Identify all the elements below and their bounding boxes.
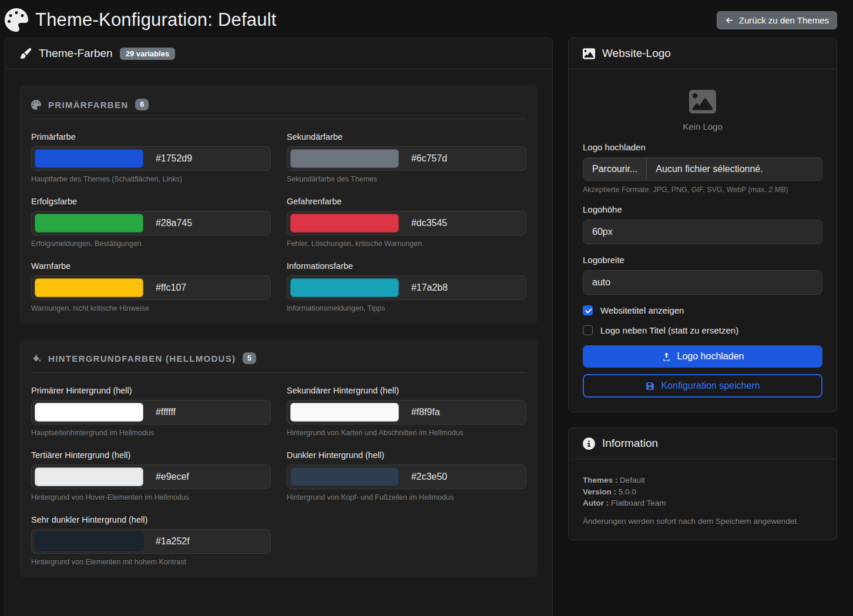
info-value: Default — [620, 476, 645, 484]
save-configuration-button[interactable]: Konfiguration speichern — [583, 374, 822, 398]
palette-icon — [31, 100, 41, 110]
section-count-badge: 6 — [135, 99, 149, 110]
information-card: Information Themes : Default Version : 5… — [568, 428, 837, 540]
color-field-sekundaerfarbe: Sekundärfarbe Sekundärfarbe des Themes — [287, 132, 526, 183]
hex-value-input[interactable] — [146, 276, 270, 299]
hex-value-input[interactable] — [402, 465, 526, 489]
palette-icon — [5, 8, 28, 32]
field-label: Gefahrenfarbe — [287, 197, 526, 206]
theme-colors-card: Theme-Farben 29 variables PRIMÄRFARBEN 6… — [5, 38, 553, 616]
logo-beside-title-label: Logo neben Titel (statt zu ersetzen) — [600, 325, 738, 335]
upload-logo-button[interactable]: Logo hochladen — [583, 345, 822, 368]
logo-file-input[interactable]: Parcourir... Aucun fichier sélectionné. — [583, 157, 822, 181]
color-picker-swatch[interactable] — [32, 465, 146, 489]
right-column: Website-Logo Kein Logo Logo hochladen Pa… — [568, 38, 837, 540]
hex-value-input[interactable] — [146, 530, 270, 553]
website-logo-card-header: Website-Logo — [569, 38, 837, 69]
hex-value-input[interactable] — [402, 276, 526, 299]
section-background-colors: HINTERGRUNDFARBEN (HELLMODUS) 5 Primärer… — [19, 338, 538, 578]
color-field-tertiaerer-hintergrund: Tertiärer Hintergrund (hell) Hintergrund… — [31, 450, 271, 501]
info-row-theme: Themes : Default — [583, 474, 822, 486]
color-picker-swatch[interactable] — [32, 211, 146, 235]
field-help: Hintergrund von Karten und Abschnitten i… — [287, 429, 526, 437]
theme-colors-card-header: Theme-Farben 29 variables — [5, 38, 552, 69]
color-picker-swatch[interactable] — [287, 400, 402, 424]
section-primary-colors: PRIMÄRFARBEN 6 Primärfarbe Hauptfarbe de… — [19, 85, 538, 324]
field-help: Hauptseitenhintergrund im Hellmodus — [31, 429, 271, 437]
color-picker-swatch[interactable] — [287, 211, 402, 235]
info-label: Autor : — [583, 499, 609, 507]
upload-label: Logo hochladen — [583, 142, 822, 152]
theme-colors-title: Theme-Farben — [39, 47, 113, 60]
color-picker-swatch[interactable] — [32, 400, 146, 424]
show-site-title-checkbox[interactable] — [583, 305, 593, 315]
hex-value-input[interactable] — [146, 211, 270, 235]
field-help: Hauptfarbe des Themes (Schaltflächen, Li… — [31, 175, 271, 183]
info-note: Änderungen werden sofort nach dem Speich… — [583, 517, 822, 526]
website-logo-title: Website-Logo — [602, 47, 671, 60]
color-picker-swatch[interactable] — [287, 465, 402, 489]
section-count-badge: 5 — [243, 352, 256, 364]
field-help: Hintergrund von Kopf- und Fußzeilen im H… — [287, 493, 526, 501]
section-title: HINTERGRUNDFARBEN (HELLMODUS) — [48, 354, 236, 363]
back-to-themes-button[interactable]: Zurück zu den Themes — [717, 11, 837, 29]
page-title: Theme-Konfiguration: Default — [35, 9, 277, 31]
show-site-title-checkbox-row[interactable]: Websitetitel anzeigen — [583, 305, 822, 315]
field-label: Primärfarbe — [31, 132, 271, 142]
field-help: Fehler, Löschungen, kritische Warnungen — [287, 240, 526, 248]
section-title: PRIMÄRFARBEN — [48, 100, 128, 110]
color-picker-swatch[interactable] — [287, 276, 402, 299]
field-label: Primärer Hintergrund (hell) — [31, 386, 271, 395]
field-help: Warnungen, nicht kritische Hinweise — [31, 304, 271, 312]
upload-logo-button-label: Logo hochladen — [677, 351, 744, 362]
hex-value-input[interactable] — [402, 147, 526, 170]
field-help: Erfolgsmeldungen, Bestätigungen — [31, 240, 271, 248]
hex-value-input[interactable] — [146, 400, 270, 424]
color-field-informationsfarbe: Informationsfarbe Informationsmeldungen,… — [287, 261, 526, 312]
save-icon — [645, 381, 655, 391]
field-label: Sehr dunkler Hintergrund (hell) — [31, 515, 271, 524]
field-label: Erfolgsfarbe — [31, 197, 271, 206]
color-picker-swatch[interactable] — [32, 530, 146, 553]
logo-width-input[interactable] — [583, 270, 822, 295]
color-picker-swatch[interactable] — [287, 147, 402, 170]
image-icon — [583, 48, 595, 60]
info-label: Version : — [583, 487, 616, 496]
color-field-erfolgsfarbe: Erfolgsfarbe Erfolgsmeldungen, Bestätigu… — [31, 197, 271, 248]
color-field-sehr-dunkler-hintergrund: Sehr dunkler Hintergrund (hell) Hintergr… — [31, 515, 271, 566]
field-label: Warnfarbe — [31, 261, 271, 271]
field-help: Hintergrund von Hover-Elementen im Hellm… — [31, 493, 271, 501]
brush-icon — [19, 48, 32, 60]
color-picker-swatch[interactable] — [32, 276, 146, 299]
logo-height-input[interactable] — [583, 220, 822, 244]
info-value: Flatboard Team — [611, 499, 666, 507]
field-label: Informationsfarbe — [287, 261, 526, 271]
logo-beside-title-checkbox-row[interactable]: Logo neben Titel (statt zu ersetzen) — [583, 325, 822, 335]
logo-beside-title-checkbox[interactable] — [583, 325, 593, 335]
logo-placeholder: Kein Logo — [583, 88, 822, 132]
variables-count-badge: 29 variables — [120, 48, 175, 60]
color-field-primaerfarbe: Primärfarbe Hauptfarbe des Themes (Schal… — [31, 132, 271, 183]
website-logo-card: Website-Logo Kein Logo Logo hochladen Pa… — [568, 38, 837, 412]
back-button-label: Zurück zu den Themes — [739, 15, 829, 25]
hex-value-input[interactable] — [402, 400, 526, 424]
hex-value-input[interactable] — [402, 211, 526, 235]
formats-help-text: Akzeptierte Formate: JPG, PNG, GIF, SVG,… — [583, 186, 822, 194]
field-label: Sekundärfarbe — [287, 132, 526, 142]
color-field-sekundaerer-hintergrund: Sekundärer Hintergrund (hell) Hintergrun… — [287, 386, 526, 437]
hex-value-input[interactable] — [146, 147, 270, 170]
color-picker-swatch[interactable] — [32, 147, 146, 170]
hex-value-input[interactable] — [146, 465, 270, 489]
logo-height-label: Logohöhe — [583, 204, 822, 214]
save-configuration-button-label: Konfiguration speichern — [661, 381, 760, 391]
info-row-version: Version : 5.0.0 — [583, 486, 822, 498]
color-field-warnfarbe: Warnfarbe Warnungen, nicht kritische Hin… — [31, 261, 271, 312]
field-label: Tertiärer Hintergrund (hell) — [31, 450, 271, 460]
color-field-primaerer-hintergrund: Primärer Hintergrund (hell) Hauptseitenh… — [31, 386, 271, 437]
browse-button[interactable]: Parcourir... — [583, 158, 647, 180]
logo-width-label: Logobreite — [583, 255, 822, 265]
arrow-left-icon — [725, 16, 734, 25]
page-header: Theme-Konfiguration: Default Zurück zu d… — [0, 0, 853, 38]
field-help: Sekundärfarbe des Themes — [287, 175, 526, 183]
image-placeholder-icon — [689, 88, 716, 115]
